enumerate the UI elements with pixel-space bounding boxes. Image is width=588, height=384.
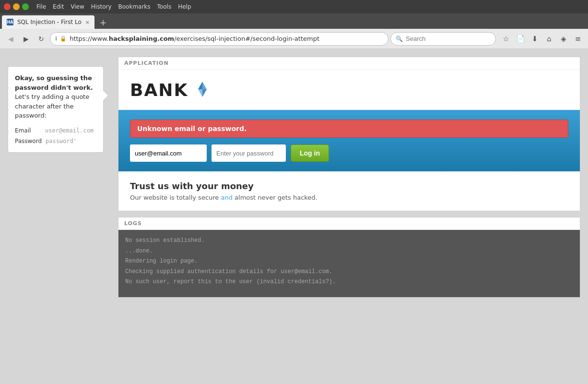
menu-view[interactable]: View [71, 3, 84, 10]
tab-close-button[interactable]: × [85, 19, 90, 25]
download-icon[interactable]: ⬇ [529, 33, 541, 45]
new-tab-button[interactable]: + [96, 15, 110, 29]
login-button[interactable]: Log in [291, 144, 329, 162]
bank-title: BANK [130, 79, 568, 100]
back-button[interactable]: ◀ [4, 32, 17, 46]
tab-label: SQL Injection - First Lo [17, 19, 82, 25]
callout-normal-text: Let's try adding a quote character after… [15, 93, 89, 119]
callout-text: Okay, so guessing the password didn't wo… [15, 73, 96, 120]
forward-button[interactable]: ▶ [19, 32, 33, 46]
logs-content: No session established. ...done. Renderi… [118, 230, 580, 297]
email-value: user@email.com [45, 126, 94, 135]
bank-logo [192, 79, 213, 100]
email-input[interactable] [130, 144, 207, 162]
password-label: Password [15, 137, 42, 145]
logs-header: LOGS [118, 217, 580, 230]
search-icon: 🔍 [396, 36, 403, 42]
error-banner: Unknown email or password. [130, 120, 568, 138]
url-text: https://www.hacksplaining.com/exercises/… [70, 35, 383, 42]
pocket-icon[interactable]: ◈ [557, 33, 570, 45]
logs-section: LOGS No session established. ...done. Re… [118, 217, 580, 298]
minimize-button[interactable] [13, 3, 20, 10]
reload-button[interactable]: ↻ [35, 32, 48, 46]
bank-header: BANK [118, 70, 580, 110]
email-label: Email [15, 126, 41, 135]
info-icon: ℹ [55, 36, 57, 42]
cred-email-row: Email user@email.com [15, 126, 96, 135]
lock-icon: 🔒 [60, 36, 67, 42]
tab-favicon: HA [7, 19, 13, 25]
reader-view-icon[interactable]: 📄 [514, 33, 527, 45]
titlebar: File Edit View History Bookmarks Tools H… [0, 0, 588, 13]
bookmark-star-icon[interactable]: ☆ [500, 33, 512, 45]
nav-extras: ☆ 📄 ⬇ ⌂ ◈ ≡ [500, 33, 584, 45]
menu-history[interactable]: History [91, 3, 112, 10]
tagline-text-after: almost never gets hacked. [235, 194, 318, 201]
right-panel: APPLICATION BANK [118, 57, 580, 376]
log-line-2: ...done. [125, 246, 573, 257]
search-input[interactable] [406, 35, 491, 42]
main-content: Okay, so guessing the password didn't wo… [0, 49, 588, 384]
url-bar[interactable]: ℹ 🔒 https://www.hacksplaining.com/exerci… [50, 32, 388, 46]
application-section: APPLICATION BANK [118, 57, 580, 211]
menu-bar: File Edit View History Bookmarks Tools H… [36, 3, 191, 10]
password-input[interactable] [212, 144, 286, 162]
search-bar[interactable]: 🔍 [390, 32, 496, 46]
active-tab[interactable]: HA SQL Injection - First Lo × [2, 15, 94, 29]
menu-bookmarks[interactable]: Bookmarks [118, 3, 151, 10]
bank-tagline: Trust us with your money Our website is … [118, 171, 580, 211]
log-line-1: No session established. [125, 236, 573, 246]
navbar: ◀ ▶ ↻ ℹ 🔒 https://www.hacksplaining.com/… [0, 29, 588, 49]
cred-password-row: Password password' [15, 137, 96, 145]
close-button[interactable] [4, 3, 11, 10]
menu-icon[interactable]: ≡ [572, 33, 584, 45]
tagline-title: Trust us with your money [130, 181, 568, 191]
menu-help[interactable]: Help [178, 3, 191, 10]
log-line-5: No such user, report this to the user (i… [125, 277, 573, 288]
home-icon[interactable]: ⌂ [543, 33, 555, 45]
menu-tools[interactable]: Tools [157, 3, 172, 10]
menu-file[interactable]: File [36, 3, 46, 10]
application-section-header: APPLICATION [118, 57, 580, 70]
callout-credentials: Email user@email.com Password password' [15, 126, 96, 145]
password-value: password' [46, 137, 77, 145]
login-area: Unknown email or password. Log in [118, 110, 580, 171]
login-form: Log in [130, 144, 568, 162]
bank-name-text: BANK [130, 80, 188, 100]
log-line-4: Checking supplied authentication details… [125, 267, 573, 277]
tagline-text: Our website is totally secure and almost… [130, 194, 568, 201]
menu-edit[interactable]: Edit [53, 3, 64, 10]
tagline-link[interactable]: and [221, 194, 235, 201]
tabbar: HA SQL Injection - First Lo × + [0, 13, 588, 29]
window-controls [4, 3, 29, 10]
log-line-3: Rendering login page. [125, 256, 573, 267]
tagline-text-before: Our website is totally secure [130, 194, 219, 201]
callout-box: Okay, so guessing the password didn't wo… [8, 66, 104, 153]
callout-bold-text: Okay, so guessing the password didn't wo… [15, 74, 93, 91]
maximize-button[interactable] [22, 3, 29, 10]
